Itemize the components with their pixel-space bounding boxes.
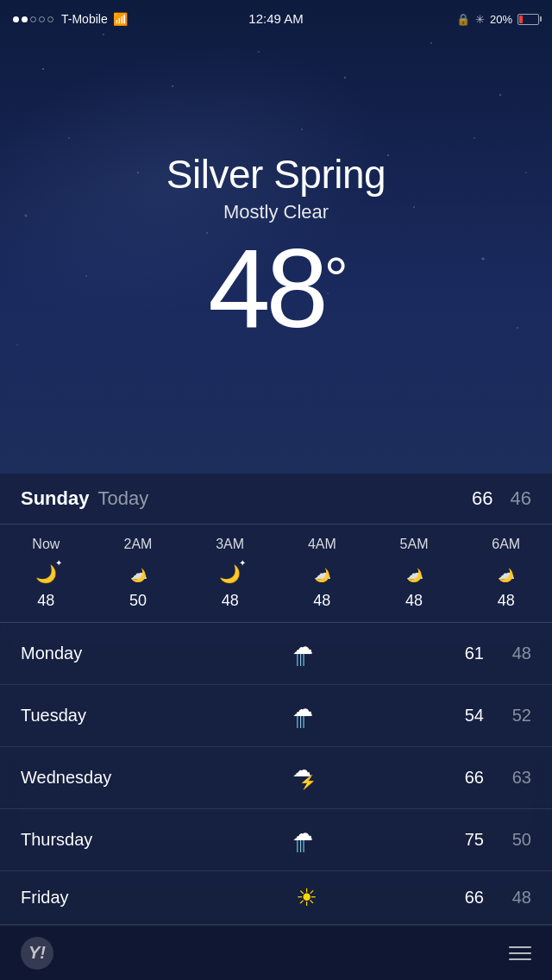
forecast-temps: 75 50 xyxy=(454,830,531,850)
menu-line-1 xyxy=(509,946,531,948)
forecast-high: 66 xyxy=(454,888,484,908)
today-low: 46 xyxy=(511,487,531,510)
menu-button[interactable] xyxy=(509,946,531,960)
daily-forecast: Monday ☁ ||| 61 48 Tuesday ☁ ||| 54 52 W… xyxy=(0,623,552,925)
status-right: 🔒 ✳ 20% xyxy=(456,13,539,26)
hour-temp: 48 xyxy=(405,592,423,610)
hour-item: Now 🌙 ✦ 48 xyxy=(0,537,92,610)
forecast-low: 48 xyxy=(501,644,531,663)
hour-item: 5AM ☁ 🌙 48 xyxy=(368,537,461,610)
menu-line-2 xyxy=(509,952,531,954)
today-high: 66 xyxy=(472,487,492,510)
forecast-row: Wednesday ☁ ⚡ 66 63 xyxy=(0,747,552,809)
forecast-row: Tuesday ☁ ||| 54 52 xyxy=(0,685,552,747)
weather-main: Silver Spring Mostly Clear 48° xyxy=(0,38,552,474)
bottom-panel: Sunday Today 66 46 Now 🌙 ✦ 48 2AM ☁ 🌙 50… xyxy=(0,474,552,925)
hour-temp: 48 xyxy=(37,592,54,610)
hour-label: 4AM xyxy=(308,537,336,552)
hour-item: 4AM ☁ 🌙 48 xyxy=(276,537,368,610)
hour-temp: 48 xyxy=(313,592,330,610)
battery-indicator xyxy=(518,14,539,25)
hour-icon: ☁ 🌙 xyxy=(130,561,147,583)
status-left: T-Mobile 📶 xyxy=(13,12,128,26)
degree-symbol: ° xyxy=(324,249,344,310)
signal-dot-5 xyxy=(47,16,53,22)
hour-item: 3AM 🌙 ✦ 48 xyxy=(184,537,276,610)
lock-icon: 🔒 xyxy=(456,13,470,26)
forecast-day: Tuesday xyxy=(21,706,159,726)
hour-label: 5AM xyxy=(400,537,429,552)
forecast-icon: ☁ ||| xyxy=(285,635,328,672)
hour-label: Now xyxy=(32,537,60,552)
forecast-low: 50 xyxy=(501,830,531,850)
forecast-day: Monday xyxy=(21,644,159,663)
hourly-forecast: Now 🌙 ✦ 48 2AM ☁ 🌙 50 3AM 🌙 ✦ 48 4AM ☁ 🌙… xyxy=(0,525,552,623)
hour-label: 3AM xyxy=(216,537,244,552)
wifi-icon: 📶 xyxy=(113,12,128,26)
forecast-temps: 66 63 xyxy=(454,768,531,788)
menu-line-3 xyxy=(509,958,531,960)
forecast-day: Wednesday xyxy=(21,768,159,788)
hour-label: 6AM xyxy=(492,537,520,552)
forecast-high: 75 xyxy=(454,830,484,850)
hour-icon: ☁ 🌙 xyxy=(314,561,330,583)
weather-condition: Mostly Clear xyxy=(223,201,329,223)
today-row: Sunday Today 66 46 xyxy=(0,474,552,525)
status-time: 12:49 AM xyxy=(248,11,303,26)
forecast-low: 63 xyxy=(501,768,531,788)
today-temps: 66 46 xyxy=(472,487,531,510)
forecast-day: Friday xyxy=(21,888,159,908)
forecast-icon: ☁ ||| xyxy=(285,821,328,858)
forecast-row: Friday ☀ 66 48 xyxy=(0,871,552,925)
hour-item: 2AM ☁ 🌙 50 xyxy=(92,537,185,610)
signal-dot-3 xyxy=(30,16,36,22)
forecast-row: Thursday ☁ ||| 75 50 xyxy=(0,809,552,871)
bluetooth-icon: ✳ xyxy=(475,13,485,26)
forecast-row: Monday ☁ ||| 61 48 xyxy=(0,623,552,685)
forecast-low: 52 xyxy=(501,706,531,726)
signal-dot-4 xyxy=(39,16,45,22)
current-temperature: 48° xyxy=(208,232,344,344)
forecast-temps: 54 52 xyxy=(454,706,531,726)
forecast-icon: ☁ ||| xyxy=(285,697,328,734)
status-bar: T-Mobile 📶 12:49 AM 🔒 ✳ 20% xyxy=(0,0,552,38)
forecast-high: 66 xyxy=(454,768,484,788)
signal-bars xyxy=(13,16,53,22)
hour-label: 2AM xyxy=(124,537,153,552)
city-name: Silver Spring xyxy=(166,151,386,198)
temp-value: 48 xyxy=(208,225,324,351)
hour-icon: 🌙 ✦ xyxy=(35,561,57,583)
toolbar: Y! xyxy=(0,925,552,980)
forecast-high: 61 xyxy=(454,644,484,663)
forecast-temps: 66 48 xyxy=(454,888,531,908)
carrier-name: T-Mobile xyxy=(61,12,108,26)
forecast-low: 48 xyxy=(501,888,531,908)
today-label: Today xyxy=(97,487,148,510)
hour-item: 6AM ☁ 🌙 48 xyxy=(460,537,552,610)
yahoo-logo[interactable]: Y! xyxy=(21,937,53,970)
hour-temp: 48 xyxy=(498,592,515,610)
hour-temp: 50 xyxy=(129,592,147,610)
forecast-icon: ☁ ⚡ xyxy=(285,759,328,796)
signal-dot-2 xyxy=(22,16,28,22)
battery-fill xyxy=(519,16,523,23)
hour-icon: 🌙 ✦ xyxy=(219,561,241,583)
hour-temp: 48 xyxy=(222,592,239,610)
today-day: Sunday xyxy=(21,487,89,510)
forecast-icon: ☀ xyxy=(285,883,328,912)
hour-icon: ☁ 🌙 xyxy=(406,561,423,583)
forecast-temps: 61 48 xyxy=(454,644,531,663)
battery-pct: 20% xyxy=(490,13,512,26)
signal-dot-1 xyxy=(13,16,19,22)
forecast-high: 54 xyxy=(454,706,484,726)
hour-icon: ☁ 🌙 xyxy=(498,561,514,583)
forecast-day: Thursday xyxy=(21,830,159,850)
